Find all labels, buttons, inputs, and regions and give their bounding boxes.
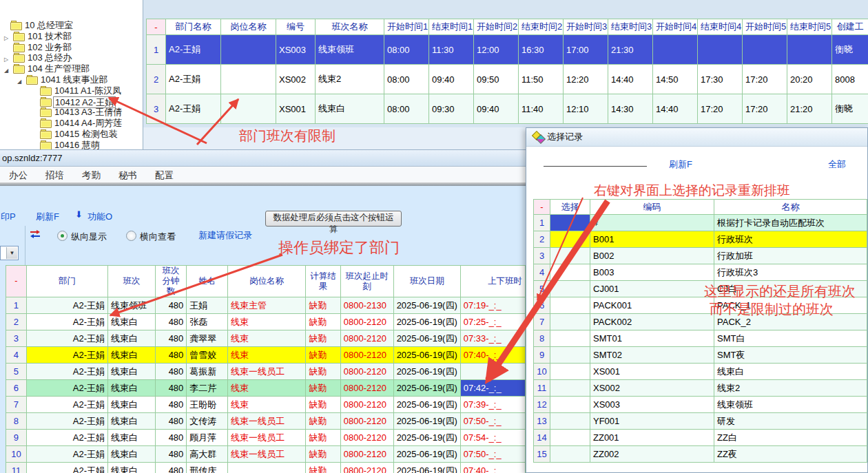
name-cell[interactable]: 行政班次3 [714,264,867,281]
cell[interactable]: 0800-2120 [340,413,393,430]
cell[interactable]: 线束白 [108,330,156,347]
row-number[interactable]: 10 [6,446,27,463]
cell[interactable]: 文传涛 [187,413,228,430]
chevron-down-icon[interactable]: ▼ [6,247,17,259]
cell[interactable]: 0800-2120 [340,380,393,397]
cell[interactable]: 14:40 [653,94,698,124]
column-header[interactable]: - [147,19,166,35]
cell[interactable]: 高大群 [187,446,228,463]
cell[interactable] [460,364,525,380]
cell[interactable]: 线束白 [108,380,156,397]
cell[interactable]: A2-王娟 [166,35,221,65]
cell[interactable]: 0800-2120 [340,446,393,463]
table-row[interactable]: 12XS003线束领班 [534,397,867,413]
cell[interactable]: XS003 [276,35,316,65]
cell[interactable]: 12:10 [564,94,608,124]
column-header[interactable]: 部门名称 [166,19,221,35]
row-number[interactable]: 13 [534,413,550,430]
print-link[interactable]: 印P [1,211,16,223]
shift-limit-table[interactable]: -部门名称岗位名称编号班次名称开始时间1结束时间1开始时间2结束时间2开始时间3… [146,19,868,124]
row-number[interactable]: 15 [534,446,550,463]
cell[interactable]: A2-王娟 [26,413,107,430]
column-header[interactable]: 创建工 [832,19,868,35]
cell[interactable]: 20:20 [787,65,832,94]
cell[interactable]: 480 [155,446,187,463]
row-number[interactable]: 4 [534,264,550,281]
cell[interactable] [221,94,276,124]
column-header[interactable]: 姓名 [187,266,228,297]
column-header[interactable]: 部门 [26,266,107,297]
cell[interactable]: 邢传庆 [187,463,228,473]
cell[interactable]: 480 [155,347,187,364]
name-cell[interactable]: SMT白 [714,330,867,347]
cell[interactable]: 0800-2120 [340,347,393,364]
cell[interactable]: 线束主管 [228,297,306,314]
cell[interactable]: 2025-06-19(四) [393,364,460,380]
cell[interactable]: 缺勤 [306,430,341,446]
row-number[interactable]: 9 [6,430,27,446]
row-number[interactable]: 14 [534,430,550,446]
cell[interactable]: 480 [155,430,187,446]
tree-node[interactable]: 10415 检测包装 [0,129,143,139]
cell[interactable]: 2025-06-19(四) [393,330,460,347]
name-cell[interactable]: 线束领班 [714,397,867,413]
refresh-link[interactable]: 刷新F [36,211,59,223]
column-header[interactable]: 结束时间1 [429,19,474,35]
tree-node[interactable]: 10413 A3-王倩倩 [0,107,143,117]
cell[interactable]: 8008 [832,65,868,94]
name-cell[interactable]: ZZ白 [714,430,867,446]
column-header[interactable]: 班次名称 [316,19,384,35]
cell[interactable]: 王盼盼 [187,397,228,413]
cell[interactable] [221,65,276,94]
cell[interactable]: A2-王娟 [166,94,221,124]
select-cell[interactable] [550,215,590,231]
row-number[interactable]: 2 [6,314,27,330]
cell[interactable]: 2025-06-19(四) [393,397,460,413]
column-header[interactable]: 班次分钟数 [155,266,187,297]
menu-item-招培[interactable]: 招培 [37,167,73,183]
cell[interactable]: A2-王娟 [26,380,107,397]
column-header[interactable]: - [534,200,550,215]
select-cell[interactable] [550,281,590,297]
cell[interactable]: 线束白 [108,347,156,364]
cell[interactable]: 线束白 [316,94,384,124]
code-cell[interactable]: B002 [590,248,714,264]
function-link[interactable]: 功能O [87,211,112,223]
code-cell[interactable]: CJ001 [590,281,714,297]
cell[interactable]: 17:00 [564,35,608,65]
code-cell[interactable]: XS003 [590,397,714,413]
cell[interactable]: 线束一线员工 [228,446,306,463]
row-number[interactable]: 7 [6,397,27,413]
column-header[interactable]: 结束时间3 [608,19,653,35]
cell[interactable] [653,35,698,65]
cell[interactable]: 07:50-_:_ [460,413,525,430]
code-cell[interactable]: # [590,215,714,231]
select-cell[interactable] [550,413,590,430]
name-cell[interactable]: 行政加班 [714,248,867,264]
column-header[interactable]: 开始时间2 [474,19,519,35]
search-input[interactable] [544,166,647,167]
cell[interactable]: 17:20 [743,65,787,94]
name-cell[interactable]: 研发 [714,413,867,430]
cell[interactable]: 480 [155,297,187,314]
table-row[interactable]: 9SMT02SMT夜 [534,347,867,364]
cell[interactable]: 480 [155,380,187,397]
table-row[interactable]: 3A2-王娟线束白480龚翠翠线束缺勤0800-21202025-06-19(四… [6,330,526,347]
tree-node[interactable]: 10414 A4-周芳莲 [0,118,143,128]
table-row[interactable]: 10A2-王娟线束白480高大群线束一线员工缺勤0800-21202025-06… [6,446,526,463]
cell[interactable]: 缺勤 [306,397,341,413]
column-header[interactable]: 开始时间1 [384,19,429,35]
select-cell[interactable] [550,330,590,347]
cell[interactable]: 0800-2120 [340,463,393,473]
name-cell[interactable]: 根据打卡记录自动匹配班次 [714,215,867,231]
select-cell[interactable] [550,380,590,397]
dialog-titlebar[interactable]: 选择记录 [526,128,867,147]
cell[interactable]: 2025-06-19(四) [393,314,460,330]
cell[interactable]: 07:40-_:_ [460,347,525,364]
column-header[interactable]: 班次 [108,266,156,297]
cell[interactable]: 17:20 [698,94,743,124]
cell[interactable] [228,463,306,473]
cell[interactable]: 17:30 [698,65,743,94]
cell[interactable]: 线束一线员工 [228,413,306,430]
code-cell[interactable]: ZZ001 [590,430,714,446]
